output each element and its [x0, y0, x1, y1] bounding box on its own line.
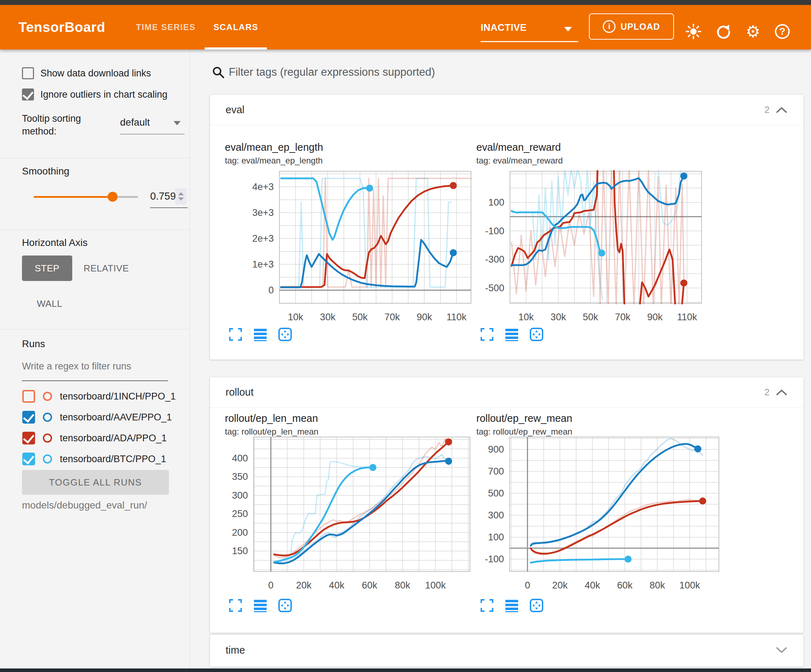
- svg-text:70k: 70k: [615, 312, 630, 322]
- fullscreen-icon[interactable]: [480, 327, 494, 342]
- svg-text:100: 100: [489, 197, 504, 208]
- axis-step-button[interactable]: STEP: [22, 256, 72, 281]
- smoothing-value[interactable]: 0.759: [150, 190, 176, 202]
- run-row-btc[interactable]: tensorboard/BTC/PPO_1: [22, 453, 166, 465]
- runs-table-icon[interactable]: [253, 327, 267, 342]
- smoothing-value-stepper[interactable]: [175, 188, 187, 205]
- ignore-outliers-checkbox[interactable]: [22, 88, 34, 100]
- svg-text:500: 500: [488, 488, 504, 499]
- svg-text:50k: 50k: [583, 312, 599, 322]
- stepper-down-icon[interactable]: [178, 198, 184, 201]
- runs-filter-input[interactable]: Write a regex to filter runs: [22, 361, 131, 372]
- chart-rollout-ep-rew-mean: rollout/ep_rew_mean tag: rollout/ep_rew_…: [476, 413, 724, 625]
- svg-text:110k: 110k: [446, 312, 467, 322]
- tab-scalars[interactable]: SCALARS: [205, 5, 267, 49]
- run-color-circle-btc[interactable]: [43, 454, 52, 464]
- divider: [0, 329, 190, 330]
- fit-domain-icon[interactable]: [529, 327, 544, 342]
- svg-text:350: 350: [232, 471, 248, 482]
- run-color-circle-aave[interactable]: [43, 413, 52, 422]
- fullscreen-icon[interactable]: [480, 598, 494, 613]
- chart-title: eval/mean_ep_length: [225, 142, 473, 153]
- show-download-links-checkbox[interactable]: [22, 67, 34, 79]
- section-header-rollout[interactable]: rollout 2: [210, 377, 804, 408]
- svg-text:60k: 60k: [617, 580, 633, 591]
- section-header-eval[interactable]: eval 2: [210, 95, 804, 125]
- tag-filter-input[interactable]: [229, 62, 796, 82]
- svg-text:70k: 70k: [384, 312, 400, 322]
- brightness-icon[interactable]: [685, 23, 702, 41]
- run-color-circle-ada[interactable]: [43, 433, 52, 443]
- fullscreen-icon[interactable]: [228, 598, 243, 613]
- svg-text:60k: 60k: [362, 580, 378, 591]
- runs-table-icon[interactable]: [505, 598, 519, 613]
- runs-table-icon[interactable]: [505, 327, 519, 342]
- expand-chevron-down-icon[interactable]: [775, 646, 788, 654]
- ignore-outliers-row[interactable]: Ignore outliers in chart scaling: [22, 88, 168, 100]
- show-download-links-label: Show data download links: [41, 68, 151, 79]
- svg-text:40k: 40k: [585, 580, 600, 591]
- axis-relative-button[interactable]: RELATIVE: [83, 256, 129, 281]
- smoothing-slider-handle[interactable]: [108, 192, 117, 202]
- fit-domain-icon[interactable]: [278, 327, 292, 342]
- svg-text:-500: -500: [485, 283, 504, 293]
- svg-text:0: 0: [525, 580, 530, 591]
- svg-text:50k: 50k: [352, 312, 368, 322]
- tooltip-sorting-dropdown[interactable]: default: [120, 117, 150, 128]
- svg-text:30k: 30k: [551, 312, 566, 322]
- svg-text:10k: 10k: [519, 312, 534, 322]
- chart-plot-eval-mean-ep-length[interactable]: 10k30k50k70k90k110k01e+32e+33e+34e+3: [225, 164, 473, 330]
- chart-title: rollout/ep_rew_mean: [476, 413, 724, 424]
- chart-rollout-ep-len-mean: rollout/ep_len_mean tag: rollout/ep_len_…: [225, 413, 473, 625]
- smoothing-label: Smoothing: [22, 166, 70, 177]
- svg-text:100: 100: [488, 532, 504, 542]
- run-checkbox-1inch[interactable]: [22, 390, 35, 403]
- chart-plot-rollout-ep-rew-mean[interactable]: 020k40k60k80k100k-100100300500700900: [476, 435, 724, 602]
- svg-text:700: 700: [488, 466, 504, 477]
- runs-table-icon[interactable]: [253, 598, 267, 613]
- toggle-all-runs-button[interactable]: TOGGLE ALL RUNS: [22, 470, 169, 495]
- upload-button[interactable]: i UPLOAD: [589, 14, 674, 40]
- tag-filter[interactable]: [210, 62, 801, 83]
- chevron-down-icon: [173, 121, 181, 125]
- svg-text:100k: 100k: [425, 580, 446, 591]
- fit-domain-icon[interactable]: [278, 598, 292, 613]
- fullscreen-icon[interactable]: [228, 327, 243, 342]
- show-download-links-row[interactable]: Show data download links: [22, 67, 151, 79]
- refresh-icon[interactable]: [715, 23, 732, 41]
- run-checkbox-btc[interactable]: [22, 453, 35, 465]
- chart-plot-rollout-ep-len-mean[interactable]: 020k40k60k80k100k150200250300350400: [225, 435, 473, 602]
- collapse-chevron-up-icon[interactable]: [775, 106, 788, 114]
- status-dropdown-value: INACTIVE: [480, 22, 527, 33]
- svg-text:2e+3: 2e+3: [252, 233, 274, 244]
- collapse-chevron-up-icon[interactable]: [775, 389, 788, 396]
- smoothing-slider-track-filled[interactable]: [34, 196, 113, 198]
- chevron-down-icon: [564, 27, 572, 32]
- chart-eval-mean-reward: eval/mean_reward tag: eval/mean_reward 1…: [476, 142, 724, 354]
- svg-text:100k: 100k: [679, 580, 700, 591]
- chart-plot-eval-mean-reward[interactable]: 10k30k50k70k90k110k100-100-300-500: [476, 164, 724, 330]
- svg-text:400: 400: [232, 453, 248, 464]
- tab-time-series[interactable]: TIME SERIES: [127, 5, 204, 49]
- svg-text:-100: -100: [485, 554, 504, 564]
- run-checkbox-ada[interactable]: [22, 432, 35, 444]
- run-row-aave[interactable]: tensorboard/AAVE/PPO_1: [22, 411, 172, 423]
- status-dropdown[interactable]: INACTIVE: [480, 19, 579, 41]
- run-color-circle-1inch[interactable]: [43, 392, 52, 401]
- svg-text:0: 0: [268, 580, 273, 591]
- run-row-ada[interactable]: tensorboard/ADA/PPO_1: [22, 432, 167, 444]
- settings-gear-icon[interactable]: ⚙: [744, 23, 762, 41]
- divider: [0, 229, 190, 230]
- run-label-1inch: tensorboard/1INCH/PPO_1: [60, 391, 176, 402]
- section-header-time[interactable]: time: [210, 635, 804, 665]
- ignore-outliers-label: Ignore outliers in chart scaling: [41, 89, 168, 100]
- help-icon[interactable]: ?: [774, 23, 791, 41]
- axis-wall-button[interactable]: WALL: [37, 294, 62, 313]
- stepper-up-icon[interactable]: [178, 192, 184, 195]
- top-dark-strip: [0, 0, 811, 5]
- svg-text:110k: 110k: [677, 312, 697, 322]
- fit-domain-icon[interactable]: [529, 598, 544, 613]
- run-row-1inch[interactable]: tensorboard/1INCH/PPO_1: [22, 390, 176, 403]
- run-checkbox-aave[interactable]: [22, 411, 35, 423]
- svg-text:40k: 40k: [329, 580, 344, 591]
